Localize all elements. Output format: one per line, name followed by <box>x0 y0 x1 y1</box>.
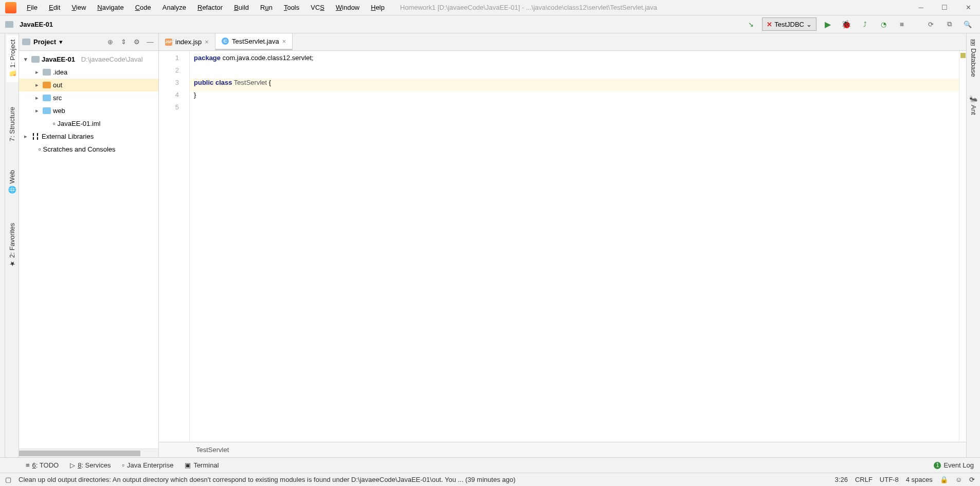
sidebar-tab-ant[interactable]: 🐜Ant <box>968 91 979 118</box>
tree-folder-idea[interactable]: ▸.idea <box>19 66 158 79</box>
menu-refactor[interactable]: Refactor <box>192 2 228 13</box>
menu-file[interactable]: File <box>22 2 43 13</box>
update-button[interactable]: ⟳ <box>923 17 938 31</box>
tab-label: index.jsp <box>175 38 202 46</box>
folder-icon <box>43 107 51 114</box>
stop-button[interactable]: ■ <box>895 17 909 31</box>
menu-analyze[interactable]: Analyze <box>157 2 191 13</box>
code-line <box>190 103 959 116</box>
sidebar-tab-web[interactable]: 🌐Web <box>6 166 18 198</box>
menu-build[interactable]: Build <box>229 2 254 13</box>
status-bar: ▢ Clean up old output directories: An ou… <box>0 473 980 486</box>
run-config-label: TestJDBC <box>774 21 804 28</box>
minimize-button[interactable]: ─ <box>909 0 933 15</box>
terminal-icon: ▣ <box>185 461 191 469</box>
folder-icon <box>22 39 30 45</box>
line-number: 3 <box>159 79 189 91</box>
sidebar-tab-project[interactable]: 📁1: Project <box>6 35 19 82</box>
run-coverage-button[interactable]: ⤴ <box>858 17 872 31</box>
project-tree: ▾ JavaEE-01 D:\javaeeCode\Javal ▸.idea ▸… <box>19 51 158 448</box>
menu-edit[interactable]: Edit <box>44 2 65 13</box>
sidebar-tab-structure[interactable]: 7: Structure <box>6 103 18 145</box>
code-line <box>190 66 959 79</box>
tab-index-jsp[interactable]: JSP index.jsp × <box>159 33 215 50</box>
window-controls: ─ ☐ ✕ <box>909 0 980 15</box>
file-encoding[interactable]: UTF-8 <box>880 476 899 483</box>
editor-body: 1 2 3 4 5 package com.java.code.class12.… <box>159 51 966 442</box>
menu-run[interactable]: Run <box>255 2 278 13</box>
menu-help[interactable]: Help <box>366 2 390 13</box>
locate-icon[interactable]: ⊕ <box>105 38 115 46</box>
editor-tabs: JSP index.jsp × C TestServlet.java × <box>159 33 966 51</box>
tab-testservlet[interactable]: C TestServlet.java × <box>215 33 293 50</box>
close-tab-button[interactable]: × <box>205 38 209 46</box>
tree-file-iml[interactable]: ▸▫JavaEE-01.iml <box>19 117 158 130</box>
run-config-select[interactable]: ✕ TestJDBC ⌄ <box>762 17 816 31</box>
breadcrumb-root[interactable]: JavaEE-01 <box>20 21 53 28</box>
main-menu: File Edit View Navigate Code Analyze Ref… <box>22 2 390 13</box>
folder-icon <box>5 21 13 28</box>
toolwindow-quick-icon[interactable]: ▢ <box>5 476 11 483</box>
main-area: 📁1: Project 7: Structure 🌐Web ★2: Favori… <box>0 33 980 457</box>
folder-icon <box>43 82 51 88</box>
line-ending[interactable]: CRLF <box>855 476 873 483</box>
profile-button[interactable]: ◔ <box>876 17 891 31</box>
memory-indicator[interactable]: ⟳ <box>969 476 975 483</box>
hide-icon[interactable]: — <box>145 38 155 46</box>
gear-icon[interactable]: ⚙ <box>132 38 142 46</box>
lock-icon[interactable]: 🔒 <box>940 476 948 483</box>
editor-marker-strip[interactable] <box>959 51 966 442</box>
project-panel: Project ▾ ⊕ ⇕ ⚙ — ▾ JavaEE-01 D:\javaeeC… <box>19 33 159 457</box>
editor-breadcrumb[interactable]: TestServlet <box>159 442 966 457</box>
toolwindow-event-log[interactable]: 1Event Log <box>934 461 974 469</box>
sidebar-tab-favorites[interactable]: ★2: Favorites <box>6 219 18 272</box>
sidebar-tab-database[interactable]: 🗄Database <box>968 36 979 80</box>
toolwindow-services[interactable]: ▷8: Services <box>70 461 111 469</box>
search-icon[interactable]: 🔍 <box>960 17 975 31</box>
tree-scrollbar[interactable] <box>19 448 158 457</box>
menu-view[interactable]: View <box>66 2 91 13</box>
toolwindow-terminal[interactable]: ▣Terminal <box>185 461 219 469</box>
jsp-file-icon: JSP <box>165 39 172 46</box>
tree-scratches[interactable]: ▸▫Scratches and Consoles <box>19 143 158 156</box>
search-everywhere-button[interactable]: ⧉ <box>942 17 956 31</box>
maximize-button[interactable]: ☐ <box>933 0 956 15</box>
code-editor[interactable]: package com.java.code.class12.servlet; p… <box>190 51 959 442</box>
code-line: package com.java.code.class12.servlet; <box>190 54 959 66</box>
indent-setting[interactable]: 4 spaces <box>906 476 933 483</box>
code-line: } <box>190 91 959 103</box>
line-number: 4 <box>159 91 189 103</box>
inspector-icon[interactable]: ☺ <box>955 476 962 483</box>
tree-root[interactable]: ▾ JavaEE-01 D:\javaeeCode\Javal <box>19 53 158 66</box>
editor-area: JSP index.jsp × C TestServlet.java × 1 2… <box>159 33 966 457</box>
collapse-icon[interactable]: ⇕ <box>118 38 129 46</box>
scratches-icon: ▫ <box>39 145 41 153</box>
menu-navigate[interactable]: Navigate <box>92 2 129 13</box>
menu-tools[interactable]: Tools <box>279 2 304 13</box>
module-file-icon: ▫ <box>53 120 56 127</box>
toolwindow-todo[interactable]: ≡6: TODO <box>26 461 59 469</box>
menu-code[interactable]: Code <box>130 2 156 13</box>
tree-folder-out[interactable]: ▸out <box>19 79 158 91</box>
tree-folder-web[interactable]: ▸web <box>19 104 158 117</box>
folder-icon <box>43 69 51 76</box>
menu-vcs[interactable]: VCS <box>305 2 330 13</box>
project-panel-header: Project ▾ ⊕ ⇕ ⚙ — <box>19 33 158 51</box>
chevron-down-icon[interactable]: ▾ <box>59 38 63 46</box>
menu-window[interactable]: Window <box>331 2 365 13</box>
folder-icon <box>43 95 51 101</box>
toolwindow-java-ee[interactable]: ▫Java Enterprise <box>122 461 173 469</box>
run-button[interactable]: ▶ <box>821 17 835 31</box>
caret-position[interactable]: 3:26 <box>835 476 848 483</box>
invalid-config-icon: ✕ <box>767 21 772 28</box>
close-button[interactable]: ✕ <box>956 0 980 15</box>
status-message: Clean up old output directories: An outp… <box>19 476 516 483</box>
app-icon <box>5 2 16 13</box>
project-view-label[interactable]: Project <box>33 38 56 46</box>
close-tab-button[interactable]: × <box>282 38 286 45</box>
build-hammer-icon[interactable]: ↘ <box>743 17 758 31</box>
tree-external-libs[interactable]: ▸╏╏External Libraries <box>19 130 158 143</box>
debug-button[interactable]: 🐞 <box>839 17 854 31</box>
libs-icon: ╏╏ <box>31 133 40 140</box>
tree-folder-src[interactable]: ▸src <box>19 91 158 104</box>
